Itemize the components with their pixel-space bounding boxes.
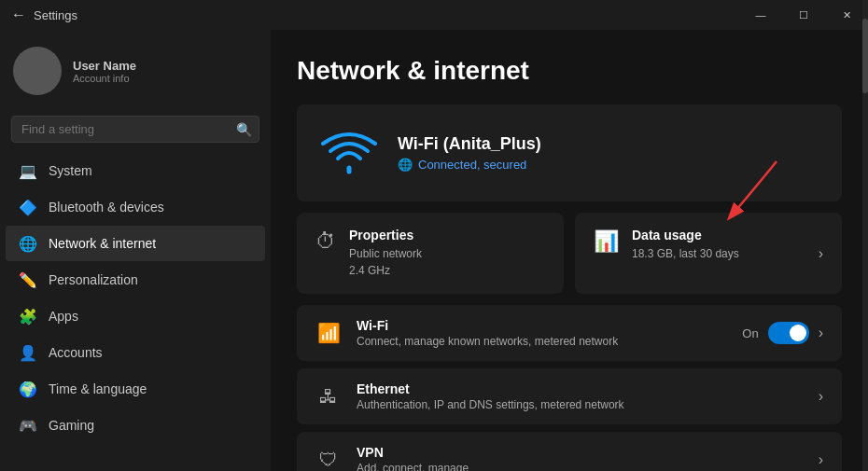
avatar: [13, 47, 62, 95]
sidebar-label-time: Time & language: [49, 381, 147, 396]
ethernet-sub: Authentication, IP and DNS settings, met…: [357, 398, 804, 411]
wifi-body: Wi-Fi Connect, manage known networks, me…: [357, 318, 727, 348]
vpn-setting-row[interactable]: 🛡 VPN Add, connect, manage ›: [297, 432, 842, 471]
data-usage-card[interactable]: 📊 Data usage 18.3 GB, last 30 days ›: [575, 213, 842, 294]
sidebar-item-gaming[interactable]: 🎮 Gaming: [6, 408, 265, 443]
sidebar-item-system[interactable]: 💻 System: [6, 153, 265, 188]
data-usage-chevron: ›: [819, 245, 823, 262]
settings-list: 📶 Wi-Fi Connect, manage known networks, …: [297, 305, 842, 471]
wifi-chevron: ›: [819, 325, 823, 341]
sidebar-item-accounts[interactable]: 👤 Accounts: [6, 335, 265, 370]
sidebar-label-network: Network & internet: [49, 236, 156, 251]
sidebar-label-bluetooth: Bluetooth & devices: [49, 200, 164, 215]
wifi-sub: Connect, manage known networks, metered …: [357, 335, 727, 348]
back-button[interactable]: ←: [11, 7, 26, 23]
app-title: Settings: [34, 8, 77, 22]
gaming-icon: 🎮: [19, 416, 37, 435]
accounts-icon: 👤: [19, 343, 37, 362]
sidebar-item-apps[interactable]: 🧩 Apps: [6, 298, 265, 334]
data-usage-icon: 📊: [594, 229, 619, 254]
ethernet-title: Ethernet: [357, 381, 804, 396]
titlebar-left: ← Settings: [11, 7, 77, 23]
wifi-toggle-thumb: [790, 325, 806, 341]
sidebar-label-system: System: [49, 163, 92, 178]
ethernet-chevron: ›: [819, 388, 823, 405]
wifi-toggle[interactable]: [768, 322, 809, 344]
sidebar-item-time[interactable]: 🌍 Time & language: [6, 371, 265, 407]
user-profile[interactable]: User Name Account info: [0, 37, 271, 104]
wifi-setting-row[interactable]: 📶 Wi-Fi Connect, manage known networks, …: [297, 305, 842, 361]
sidebar-item-bluetooth[interactable]: 🔷 Bluetooth & devices: [6, 189, 265, 225]
maximize-button[interactable]: ☐: [782, 0, 825, 30]
search-icon: 🔍: [236, 122, 252, 137]
titlebar: ← Settings — ☐ ✕: [0, 0, 868, 30]
properties-title: Properties: [349, 228, 545, 242]
minimize-button[interactable]: —: [739, 0, 782, 30]
hero-card: Wi-Fi (Anita_Plus) 🌐 Connected, secured: [297, 104, 842, 201]
ethernet-right: ›: [819, 388, 823, 405]
hero-info: Wi-Fi (Anita_Plus) 🌐 Connected, secured: [398, 134, 819, 172]
search-input[interactable]: [11, 116, 259, 143]
data-usage-title: Data usage: [632, 228, 805, 242]
vpn-icon: 🛡: [315, 450, 342, 471]
data-usage-body: Data usage 18.3 GB, last 30 days: [632, 228, 805, 262]
properties-body: Properties Public network2.4 GHz: [349, 228, 545, 279]
wifi-title: Wi-Fi: [357, 318, 727, 333]
bluetooth-icon: 🔷: [19, 198, 37, 216]
properties-sub: Public network2.4 GHz: [349, 245, 545, 279]
vpn-chevron: ›: [819, 451, 823, 468]
sidebar-label-accounts: Accounts: [49, 345, 103, 360]
vpn-sub: Add, connect, manage: [357, 462, 804, 471]
properties-icon: ⏱: [315, 229, 336, 254]
user-name: User Name: [73, 59, 136, 73]
user-info: User Name Account info: [73, 59, 136, 84]
data-usage-sub: 18.3 GB, last 30 days: [632, 245, 805, 262]
sidebar-nav: 💻 System 🔷 Bluetooth & devices 🌐 Network…: [0, 152, 271, 471]
wifi-right: On ›: [742, 322, 823, 344]
sidebar-item-network[interactable]: 🌐 Network & internet: [6, 226, 265, 261]
wifi-icon: 📶: [315, 322, 342, 344]
sidebar-label-personalization: Personalization: [49, 272, 138, 287]
ethernet-setting-row[interactable]: 🖧 Ethernet Authentication, IP and DNS se…: [297, 368, 842, 424]
vpn-title: VPN: [357, 445, 804, 460]
personalization-icon: ✏️: [19, 270, 37, 289]
vpn-right: ›: [819, 451, 823, 468]
search-box[interactable]: 🔍: [11, 116, 259, 143]
ethernet-icon: 🖧: [315, 386, 342, 408]
sidebar-label-gaming: Gaming: [49, 418, 94, 433]
info-cards-row: ⏱ Properties Public network2.4 GHz 📊 Dat…: [297, 213, 842, 294]
vpn-body: VPN Add, connect, manage: [357, 445, 804, 471]
sidebar-label-apps: Apps: [49, 309, 78, 324]
network-icon: 🌐: [19, 234, 37, 253]
system-icon: 💻: [19, 161, 37, 180]
apps-icon: 🧩: [19, 307, 37, 326]
page-title: Network & internet: [297, 56, 842, 86]
user-sub: Account info: [73, 73, 136, 84]
main-layout: User Name Account info 🔍 💻 System 🔷 Blue…: [0, 30, 868, 471]
content-area: Network & internet Wi-Fi (Anita_Plus) 🌐 …: [271, 30, 868, 471]
wifi-large-icon: [319, 123, 379, 183]
globe-icon: 🌐: [398, 158, 413, 172]
wifi-status: 🌐 Connected, secured: [398, 158, 819, 172]
time-icon: 🌍: [19, 380, 37, 398]
ethernet-body: Ethernet Authentication, IP and DNS sett…: [357, 381, 804, 411]
scrollbar-thumb[interactable]: [862, 30, 868, 93]
wifi-name: Wi-Fi (Anita_Plus): [398, 134, 819, 154]
sidebar: User Name Account info 🔍 💻 System 🔷 Blue…: [0, 30, 271, 471]
scrollbar-track: [862, 30, 868, 471]
wifi-toggle-label: On: [742, 326, 758, 340]
titlebar-controls: — ☐ ✕: [739, 0, 868, 30]
sidebar-item-personalization[interactable]: ✏️ Personalization: [6, 262, 265, 298]
properties-card[interactable]: ⏱ Properties Public network2.4 GHz: [297, 213, 564, 294]
